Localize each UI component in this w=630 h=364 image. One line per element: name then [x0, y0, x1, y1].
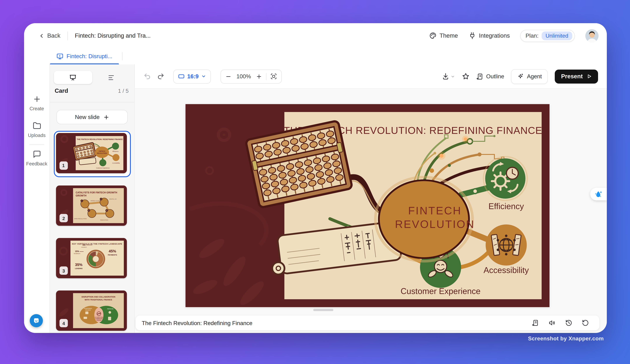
svg-text:2: 2	[100, 198, 102, 200]
svg-text:OPEN REGULATION: OPEN REGULATION	[74, 218, 86, 220]
zoom-in-icon[interactable]	[256, 73, 262, 80]
reset-icon[interactable]	[582, 320, 589, 326]
card-label: Card	[55, 88, 68, 94]
svg-text:GROWTH: GROWTH	[76, 194, 86, 197]
avatar[interactable]	[586, 29, 598, 42]
plan-pill[interactable]: Plan: Unlimited	[520, 30, 575, 42]
presentation-icon	[69, 74, 77, 81]
theme-button[interactable]: Theme	[429, 32, 458, 40]
thumbnail-number: 1	[59, 161, 68, 170]
slide-caption[interactable]: The Fintech Revolution: Redefining Finan…	[136, 320, 252, 326]
aspect-ratio-selector[interactable]: 16:9	[173, 70, 211, 84]
chat-bubble-icon	[33, 150, 41, 158]
efficiency-label[interactable]: Efficiency	[488, 202, 524, 211]
center-node-line1[interactable]: FINTECH	[408, 204, 462, 217]
svg-text:THE FINTECH REVOLUTION: REDEFI: THE FINTECH REVOLUTION: REDEFINING FINAN…	[76, 138, 122, 140]
zoom-controls: 100%	[220, 70, 282, 84]
svg-text:Customer Experience: Customer Experience	[96, 167, 109, 168]
support-chat-button[interactable]	[30, 314, 43, 327]
outline-doc-icon	[476, 73, 484, 80]
page-indicator: 1 / 5	[118, 88, 128, 94]
chevron-down-icon	[201, 74, 206, 79]
export-button[interactable]	[442, 72, 455, 80]
redo-icon[interactable]	[157, 72, 164, 80]
svg-text:Insurtech: Insurtech	[81, 246, 86, 248]
header: Back Fintech: Disrupting and Tra... Them…	[24, 23, 607, 48]
svg-text:LENDING: LENDING	[75, 268, 83, 269]
thumbnail-number: 3	[60, 266, 68, 275]
rail-item-uploads[interactable]: Uploads	[24, 122, 50, 138]
monitor-play-icon	[56, 53, 64, 60]
center-node-line2[interactable]: REVOLUTION	[395, 218, 475, 230]
integrations-label: Integrations	[479, 32, 510, 39]
fit-screen-icon[interactable]	[270, 73, 277, 80]
svg-text:Wealthtech: Wealthtech	[74, 253, 80, 254]
avatar-image	[586, 29, 598, 42]
rail-label-uploads: Uploads	[28, 132, 46, 138]
slide-thumbnail-1[interactable]: THE FINTECH REVOLUTION: REDEFINING FINAN…	[56, 133, 127, 173]
canvas-toolbar: 16:9 100%	[135, 64, 607, 89]
droplet-sparkle-icon	[594, 189, 603, 199]
plan-badge: Unlimited	[542, 31, 572, 40]
rail-label-feedback: Feedback	[26, 161, 48, 166]
rail-item-create[interactable]: Create	[24, 95, 50, 111]
svg-text:Efficiency: Efficiency	[112, 150, 118, 152]
panel-divider	[50, 102, 134, 102]
tab-fintech-presentation[interactable]: Fintech: Disrupti...	[50, 48, 119, 64]
slide-thumbnail-2[interactable]: CATALYSTS FOR FINTECH GROWTH GROWTH 1 2 …	[56, 186, 127, 226]
ratio-rect-icon	[178, 73, 184, 80]
rail-label-create: Create	[30, 106, 44, 111]
new-slide-button[interactable]: New slide	[56, 110, 128, 124]
favorite-star-icon[interactable]	[462, 72, 470, 80]
desktop-background: Back Fintech: Disrupting and Tra... Them…	[0, 0, 630, 364]
back-label: Back	[47, 32, 60, 39]
svg-text:1: 1	[82, 200, 82, 202]
plus-icon	[33, 95, 41, 103]
download-icon	[442, 72, 450, 80]
customer-experience-label[interactable]: Customer Experience	[400, 286, 480, 296]
efficiency-node	[484, 156, 527, 200]
intercom-chat-icon	[32, 317, 40, 324]
chevron-down-icon	[451, 74, 455, 78]
svg-text:WITH TRADITIONAL FINANCE: WITH TRADITIONAL FINANCE	[85, 299, 112, 301]
svg-text:15%: 15%	[75, 250, 79, 252]
tab-label: Fintech: Disrupti...	[66, 53, 112, 60]
history-icon[interactable]	[565, 320, 572, 326]
present-button[interactable]: Present	[555, 70, 598, 84]
present-label: Present	[561, 73, 583, 80]
thumbnail-selection-ring: THE FINTECH REVOLUTION: REDEFINING FINAN…	[54, 131, 131, 177]
accessibility-label[interactable]: Accessibility	[484, 266, 529, 275]
outline-label: Outline	[486, 73, 504, 80]
plug-icon	[468, 32, 476, 40]
plus-icon	[103, 114, 109, 120]
svg-text:CO-OPETITION: CO-OPETITION	[95, 316, 103, 318]
left-rail: Create Uploads Feedback	[24, 64, 50, 333]
svg-text:35%: 35%	[75, 263, 82, 267]
rail-item-feedback[interactable]: Feedback	[24, 150, 50, 166]
list-view-button[interactable]	[92, 71, 130, 84]
svg-text:REVOLUTION: REVOLUTION	[97, 152, 106, 154]
speaker-icon[interactable]	[548, 320, 556, 326]
zoom-divider	[266, 73, 266, 80]
notes-icon[interactable]	[532, 320, 539, 326]
view-toggle	[54, 71, 130, 84]
outline-button[interactable]: Outline	[476, 73, 504, 80]
plan-label: Plan:	[526, 32, 538, 39]
ai-assistant-tab[interactable]	[590, 188, 607, 200]
agent-button[interactable]: Agent	[511, 69, 548, 84]
integrations-button[interactable]: Integrations	[468, 32, 510, 40]
back-button[interactable]: Back	[38, 32, 60, 39]
canvas-body: THE FINTECH REVOLUTION: REDEFINING FINAN…	[135, 89, 607, 333]
editor-canvas: 16:9 100%	[135, 64, 607, 333]
card-view-button[interactable]	[54, 71, 92, 84]
svg-text:FINANCE: FINANCE	[85, 309, 91, 311]
svg-text:INNOVATION: INNOVATION	[100, 219, 108, 221]
folder-icon	[33, 122, 41, 130]
slide-drag-handle[interactable]	[313, 309, 334, 311]
undo-icon[interactable]	[144, 72, 151, 80]
zoom-out-icon[interactable]	[225, 73, 232, 80]
svg-text:DISRUPTION AND COLLABORATION: DISRUPTION AND COLLABORATION	[82, 296, 115, 298]
slide-thumbnail-4[interactable]: DISRUPTION AND COLLABORATION WITH TRADIT…	[56, 290, 127, 331]
slide-canvas[interactable]: THE FINTECH REVOLUTION: REDEFINING FINAN…	[186, 104, 550, 307]
slide-thumbnail-3[interactable]: KEY VERTICALS IN THE FINTECH LANDSCAPE 4…	[56, 238, 127, 278]
